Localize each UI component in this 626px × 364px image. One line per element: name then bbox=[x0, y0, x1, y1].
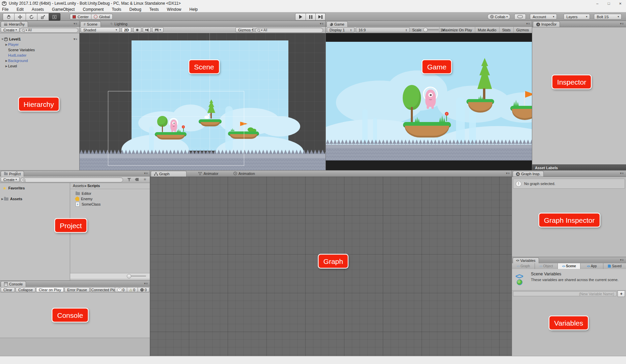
breadcrumb-current[interactable]: Scripts bbox=[87, 184, 100, 188]
scene-effects-dropdown[interactable]: ▾ bbox=[152, 27, 164, 32]
space-toggle-button[interactable]: Global bbox=[91, 14, 113, 20]
console-error-pause-toggle[interactable]: Error Pause bbox=[64, 287, 90, 292]
rotate-tool-button[interactable] bbox=[26, 13, 37, 21]
rect-tool-button[interactable] bbox=[49, 13, 60, 21]
game-gizmos-button[interactable]: Gizmos bbox=[513, 27, 532, 33]
panel-menu-icon[interactable]: ▾≡ bbox=[620, 172, 624, 175]
game-tab[interactable]: Game bbox=[326, 21, 348, 27]
inspector-tab[interactable]: i Inspector bbox=[533, 21, 560, 27]
display-dropdown[interactable]: Display 1 ▲▼ bbox=[327, 27, 354, 32]
scene-search-input[interactable]: ▾ All bbox=[255, 28, 323, 33]
graph-inspector-tab[interactable]: G Graph Insp. bbox=[513, 171, 544, 177]
project-create-button[interactable]: Create▾ bbox=[1, 177, 20, 182]
gizmos-dropdown[interactable]: Gizmos▾ bbox=[235, 27, 253, 32]
animation-tab[interactable]: Animation bbox=[230, 171, 258, 176]
hierarchy-search-input[interactable]: ▾ All bbox=[20, 28, 78, 33]
hierarchy-item-hudloader[interactable]: HudLoader bbox=[0, 53, 80, 58]
console-clear-on-play-toggle[interactable]: Clear on Play bbox=[36, 287, 64, 292]
add-variable-button[interactable]: + bbox=[618, 291, 625, 297]
menu-window[interactable]: Window bbox=[163, 7, 186, 12]
variables-subtab-scene[interactable]: <> Scene bbox=[558, 263, 581, 269]
panel-menu-icon[interactable]: ▾≡ bbox=[74, 22, 78, 25]
project-file-enemy[interactable]: Enemy bbox=[70, 196, 150, 202]
console-clear-button[interactable]: Clear bbox=[1, 287, 15, 292]
console-collapse-toggle[interactable]: Collapse bbox=[16, 287, 35, 292]
variables-subtab-graph[interactable]: <> Graph bbox=[512, 263, 535, 269]
menu-debug[interactable]: Debug bbox=[125, 7, 145, 12]
hierarchy-item-level[interactable]: ▶ Level bbox=[0, 63, 80, 69]
animator-tab[interactable]: Animator bbox=[195, 171, 221, 176]
stats-button[interactable]: Stats bbox=[499, 27, 513, 33]
scene-row-menu-icon[interactable]: ▾≡ bbox=[74, 37, 78, 41]
collab-button[interactable]: ✓ Collab▾ bbox=[487, 14, 510, 20]
hand-tool-button[interactable] bbox=[3, 13, 15, 21]
scene-tab[interactable]: # Scene bbox=[80, 21, 101, 27]
cloud-button[interactable] bbox=[514, 14, 526, 20]
hierarchy-item-player[interactable]: ▶ Player bbox=[0, 42, 80, 47]
pause-button[interactable] bbox=[306, 13, 316, 21]
console-info-filter[interactable]: ! 0 bbox=[115, 287, 127, 292]
project-favorites-row[interactable]: ★ Favorites bbox=[0, 185, 70, 191]
project-search-input[interactable] bbox=[20, 177, 123, 182]
move-tool-button[interactable] bbox=[15, 13, 26, 21]
project-tab[interactable]: Project bbox=[1, 171, 24, 177]
hierarchy-item-scene-variables[interactable]: Scene Variables bbox=[0, 47, 80, 53]
mute-audio-button[interactable]: Mute Audio bbox=[475, 27, 499, 33]
asset-labels-bar[interactable]: Asset Labels bbox=[532, 164, 626, 171]
menu-tools[interactable]: Tools bbox=[108, 7, 125, 12]
menu-edit[interactable]: Edit bbox=[12, 7, 28, 12]
layers-dropdown[interactable]: Layers▾ bbox=[564, 14, 590, 20]
scene-viewport[interactable] bbox=[80, 33, 326, 171]
console-tab[interactable]: Console bbox=[1, 281, 26, 287]
project-file-someclass[interactable]: # SomeClass bbox=[70, 202, 150, 207]
foldout-icon[interactable]: ▼ bbox=[1, 38, 4, 41]
scale-slider[interactable] bbox=[423, 28, 428, 32]
favorites-star-icon[interactable]: ★ bbox=[143, 177, 147, 182]
console-error-filter[interactable]: ! 0 bbox=[138, 287, 149, 292]
shaded-dropdown[interactable]: Shaded▾ bbox=[81, 27, 120, 32]
hierarchy-scene-row[interactable]: ▼ Level1 ▾≡ bbox=[0, 36, 80, 42]
variables-subtab-saved[interactable]: Saved bbox=[603, 263, 626, 269]
menu-tests[interactable]: Tests bbox=[145, 7, 163, 12]
new-variable-name-input[interactable]: (New Variable Name) bbox=[513, 291, 617, 296]
lighting-tab[interactable]: Lighting bbox=[107, 21, 131, 27]
scale-tool-button[interactable] bbox=[37, 13, 49, 21]
layout-dropdown[interactable]: Bolt 1S▾ bbox=[594, 14, 622, 20]
menu-help[interactable]: Help bbox=[186, 7, 202, 12]
variables-subtab-app[interactable]: <> App bbox=[580, 263, 603, 269]
panel-menu-icon[interactable]: ▾≡ bbox=[526, 22, 530, 25]
step-button[interactable] bbox=[316, 13, 325, 21]
panel-menu-icon[interactable]: ▾≡ bbox=[620, 258, 624, 262]
graph-tab[interactable]: Graph bbox=[151, 171, 187, 177]
panel-menu-icon[interactable]: ▾≡ bbox=[620, 22, 624, 25]
variables-tab[interactable]: <> Variables bbox=[513, 257, 539, 263]
foldout-icon[interactable]: ▶ bbox=[5, 43, 8, 46]
menu-file[interactable]: File bbox=[0, 7, 12, 12]
account-dropdown[interactable]: Account▾ bbox=[530, 14, 557, 20]
foldout-icon[interactable]: ▶ bbox=[5, 65, 8, 68]
project-assets-row[interactable]: ▶ Assets bbox=[0, 196, 70, 202]
panel-menu-icon[interactable]: ▾≡ bbox=[144, 282, 148, 285]
2d-toggle-button[interactable]: 2D bbox=[122, 27, 131, 32]
variables-subtab-object[interactable]: <> Object bbox=[535, 263, 558, 269]
search-by-type-icon[interactable] bbox=[127, 178, 131, 181]
panel-menu-icon[interactable]: ▾≡ bbox=[506, 172, 510, 175]
scene-audio-toggle[interactable] bbox=[143, 27, 151, 32]
foldout-icon[interactable]: ▶ bbox=[5, 59, 8, 62]
maximize-on-play-button[interactable]: Maximize On Play bbox=[439, 27, 475, 33]
foldout-icon[interactable]: ▶ bbox=[1, 198, 4, 201]
menu-assets[interactable]: Assets bbox=[28, 7, 48, 12]
hierarchy-item-background[interactable]: ▶ Background bbox=[0, 58, 80, 63]
search-by-label-icon[interactable] bbox=[135, 178, 139, 181]
panel-menu-icon[interactable]: ▾≡ bbox=[144, 172, 148, 175]
minimize-button[interactable]: – bbox=[592, 0, 603, 7]
pivot-toggle-button[interactable]: Center bbox=[70, 14, 91, 20]
play-button[interactable] bbox=[295, 13, 306, 21]
project-file-editor[interactable]: Editor bbox=[70, 191, 150, 196]
hierarchy-create-button[interactable]: Create▾ bbox=[1, 27, 20, 32]
thumbnail-size-slider[interactable] bbox=[127, 274, 131, 278]
console-warning-filter[interactable]: △ 0 bbox=[127, 287, 138, 292]
menu-component[interactable]: Component bbox=[79, 7, 108, 12]
menu-gameobject[interactable]: GameObject bbox=[48, 7, 79, 12]
close-button[interactable]: × bbox=[615, 0, 626, 7]
